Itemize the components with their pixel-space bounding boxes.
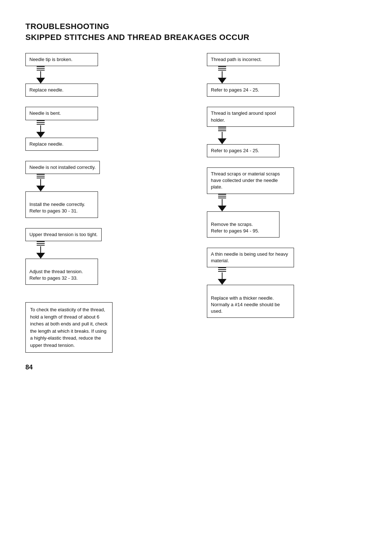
- solution-text-r2: Refer to pages 24 - 25.: [211, 148, 259, 153]
- arrow-shaft-r2: [222, 132, 222, 138]
- triple-line-r4: [218, 267, 226, 272]
- arrow-3: [36, 174, 45, 191]
- triple-line-2: [37, 120, 45, 125]
- arrow-shaft-1: [40, 71, 41, 78]
- down-arrow-2: [36, 132, 45, 138]
- cause-box-3: Needle is not installed correctly.: [25, 161, 100, 174]
- solution-text-r1: Refer to pages 24 - 25.: [211, 87, 259, 93]
- solution-box-r4: Replace with a thicker needle. Normally …: [207, 285, 294, 318]
- flow-group-1: Needle tip is broken. Replace needle.: [25, 53, 185, 97]
- arrow-shaft-r4: [222, 272, 222, 279]
- flow-group-4: Upper thread tension is too tight. Adjus…: [25, 228, 185, 285]
- solution-box-r1: Refer to pages 24 - 25.: [207, 84, 279, 97]
- cause-box-r2: Thread is tangled around spool holder.: [207, 107, 294, 126]
- cause-text-r1: Thread path is incorrect.: [211, 57, 262, 62]
- cause-text-3: Needle is not installed correctly.: [29, 165, 96, 170]
- page-title: TROUBLESHOOTING: [25, 22, 367, 31]
- triple-line-3: [37, 174, 45, 178]
- arrow-r2: [218, 127, 226, 144]
- cause-box-4: Upper thread tension is too tight.: [25, 228, 102, 241]
- triple-line-r2: [218, 127, 226, 131]
- solution-box-4: Adjust the thread tension. Refer to page…: [25, 259, 98, 285]
- cause-text-1: Needle tip is broken.: [29, 57, 73, 62]
- down-arrow-r4: [218, 279, 226, 285]
- down-arrow-1: [36, 78, 45, 84]
- down-arrow-r2: [218, 138, 226, 144]
- arrow-1: [36, 66, 45, 84]
- main-content: Needle tip is broken. Replace needle. Ne…: [25, 53, 367, 353]
- solution-box-r3: Remove the scraps. Refer to pages 94 - 9…: [207, 211, 279, 238]
- down-arrow-r3: [218, 206, 226, 211]
- solution-box-3: Install the needle correctly. Refer to p…: [25, 191, 98, 218]
- flow-group-3: Needle is not installed correctly. Insta…: [25, 161, 185, 218]
- arrow-shaft-3: [40, 179, 41, 186]
- solution-text-r4: Replace with a thicker needle. Normally …: [211, 295, 280, 314]
- arrow-shaft-2: [40, 125, 41, 132]
- flow-group-r2: Thread is tangled around spool holder. R…: [207, 107, 367, 157]
- solution-text-r3: Remove the scraps. Refer to pages 94 - 9…: [211, 222, 259, 234]
- triple-line-r1: [218, 66, 226, 70]
- triple-line-4: [37, 241, 45, 246]
- arrow-r3: [218, 194, 226, 211]
- triple-line-r3: [218, 194, 226, 198]
- arrow-shaft-r3: [222, 199, 222, 206]
- cause-box-2: Needle is bent.: [25, 107, 98, 120]
- solution-box-1: Replace needle.: [25, 84, 98, 97]
- flow-group-2: Needle is bent. Replace needle.: [25, 107, 185, 150]
- solution-text-4: Adjust the thread tension. Refer to page…: [29, 269, 83, 281]
- down-arrow-r1: [218, 78, 226, 84]
- cause-text-2: Needle is bent.: [29, 110, 61, 116]
- cause-text-r4: A thin needle is being used for heavy ma…: [211, 251, 288, 263]
- solution-box-2: Replace needle.: [25, 138, 98, 151]
- flow-group-r4: A thin needle is being used for heavy ma…: [207, 248, 367, 318]
- arrow-r4: [218, 267, 226, 285]
- flow-group-r3: Thread scraps or material scraps have co…: [207, 167, 367, 238]
- cause-text-r3: Thread scraps or material scraps have co…: [211, 171, 280, 190]
- bottom-note: To check the elasticity of the thread, h…: [25, 302, 113, 353]
- triple-line-1: [37, 66, 45, 70]
- cause-box-r4: A thin needle is being used for heavy ma…: [207, 248, 294, 267]
- left-column: Needle tip is broken. Replace needle. Ne…: [25, 53, 185, 353]
- cause-box-r1: Thread path is incorrect.: [207, 53, 279, 66]
- down-arrow-3: [36, 186, 45, 191]
- right-column: Thread path is incorrect. Refer to pages…: [207, 53, 367, 328]
- arrow-2: [36, 120, 45, 138]
- down-arrow-4: [36, 253, 45, 259]
- solution-text-3: Install the needle correctly. Refer to p…: [29, 202, 85, 214]
- cause-box-r3: Thread scraps or material scraps have co…: [207, 167, 294, 194]
- cause-box-1: Needle tip is broken.: [25, 53, 98, 66]
- page-subtitle: SKIPPED STITCHES AND THREAD BREAKAGES OC…: [25, 33, 367, 42]
- solution-box-r2: Refer to pages 24 - 25.: [207, 144, 279, 157]
- arrow-shaft-4: [40, 246, 41, 253]
- page-number: 84: [25, 364, 367, 371]
- solution-text-2: Replace needle.: [29, 141, 64, 147]
- arrow-r1: [218, 66, 226, 84]
- arrow-4: [36, 241, 45, 259]
- flow-group-r1: Thread path is incorrect. Refer to pages…: [207, 53, 367, 97]
- cause-text-4: Upper thread tension is too tight.: [29, 232, 98, 237]
- arrow-shaft-r1: [222, 71, 222, 78]
- cause-text-r2: Thread is tangled around spool holder.: [211, 110, 276, 122]
- solution-text-1: Replace needle.: [29, 87, 64, 93]
